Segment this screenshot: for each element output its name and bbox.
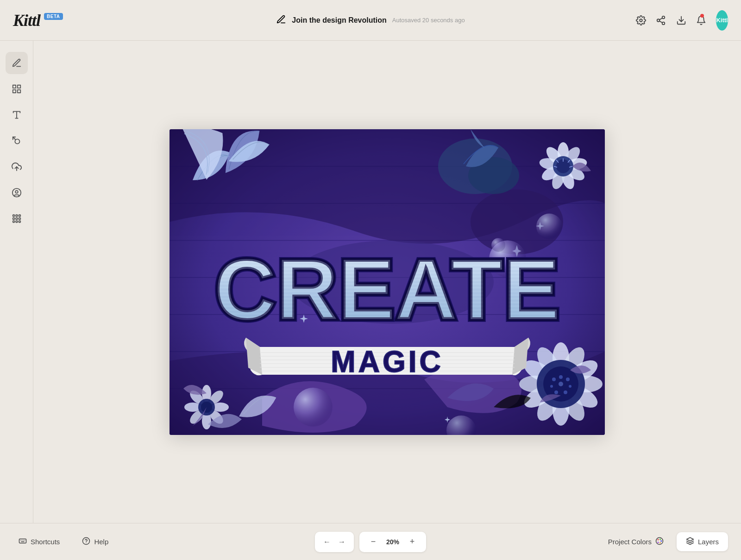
project-title[interactable]: Join the design Revolution	[292, 16, 386, 25]
logo-area: Kittl BETA	[13, 11, 106, 30]
nav-forward-button[interactable]: →	[335, 535, 348, 548]
main-area: CREATE CREATE	[0, 41, 741, 523]
svg-point-94	[569, 385, 571, 388]
minus-icon: −	[371, 537, 376, 547]
arrow-left-icon: ←	[323, 538, 331, 546]
template-tool[interactable]	[6, 78, 28, 100]
photo-tool[interactable]	[6, 182, 28, 204]
svg-point-16	[15, 190, 18, 193]
svg-point-95	[554, 390, 558, 394]
svg-point-90	[559, 382, 563, 386]
svg-text:CREATE: CREATE	[214, 242, 560, 337]
svg-point-115	[659, 539, 661, 540]
text-tool[interactable]	[6, 104, 28, 126]
header: Kittl BETA Join the design Revolution Au…	[0, 0, 741, 41]
app-logo[interactable]: Kittl	[13, 11, 40, 30]
avatar[interactable]: Kittl	[716, 10, 728, 31]
left-sidebar	[0, 41, 33, 523]
svg-point-91	[552, 378, 556, 381]
help-label: Help	[94, 538, 108, 546]
svg-text:MAGIC: MAGIC	[331, 345, 443, 378]
autosave-status: Autosaved 20 seconds ago	[392, 17, 465, 24]
svg-rect-10	[17, 90, 20, 93]
canvas-background: CREATE CREATE	[170, 129, 605, 435]
svg-rect-17	[13, 215, 14, 217]
svg-line-5	[659, 18, 662, 19]
zoom-control: − 20% +	[359, 532, 426, 552]
upload-tool[interactable]	[6, 156, 28, 178]
svg-rect-18	[16, 215, 18, 217]
svg-point-116	[660, 541, 662, 542]
project-colors-label: Project Colors	[608, 538, 652, 546]
svg-point-58	[294, 388, 333, 427]
plus-icon: +	[410, 537, 415, 547]
share-button[interactable]	[656, 11, 667, 30]
header-center: Join the design Revolution Autosaved 20 …	[106, 14, 635, 26]
keyboard-icon	[19, 537, 27, 547]
help-icon	[82, 537, 90, 547]
svg-point-0	[640, 19, 642, 22]
canvas-frame: CREATE CREATE	[170, 129, 605, 435]
notifications-button[interactable]	[696, 11, 707, 30]
zoom-increase-button[interactable]: +	[406, 535, 419, 548]
svg-line-4	[659, 21, 662, 23]
edit-tool[interactable]	[6, 52, 28, 74]
svg-point-96	[564, 390, 567, 394]
svg-point-117	[659, 542, 661, 543]
svg-rect-21	[16, 218, 18, 220]
svg-point-97	[559, 375, 563, 379]
svg-point-114	[657, 539, 659, 541]
grid-tool[interactable]	[6, 208, 28, 230]
beta-badge: BETA	[44, 13, 63, 20]
svg-point-56	[536, 214, 562, 239]
zoom-value: 20%	[383, 538, 402, 546]
header-right: Kittl	[635, 10, 728, 31]
svg-point-118	[657, 542, 659, 543]
svg-rect-25	[19, 221, 20, 223]
svg-marker-119	[686, 538, 693, 541]
svg-point-92	[566, 378, 570, 381]
footer: Shortcuts Help ← → −	[0, 523, 741, 560]
svg-rect-110	[19, 539, 26, 543]
svg-rect-23	[13, 221, 14, 223]
footer-left: Shortcuts Help	[13, 533, 152, 550]
shortcuts-button[interactable]: Shortcuts	[13, 533, 65, 550]
notification-dot	[700, 14, 704, 18]
footer-center: ← → − 20% +	[152, 532, 589, 552]
settings-button[interactable]	[635, 11, 647, 30]
pencil-icon	[276, 14, 286, 26]
layers-button[interactable]: Layers	[677, 532, 728, 551]
nav-back-button[interactable]: ←	[320, 535, 333, 548]
arrow-right-icon: →	[338, 538, 345, 546]
svg-rect-22	[19, 218, 20, 220]
svg-rect-8	[17, 85, 20, 88]
layers-icon	[686, 537, 694, 547]
svg-point-93	[550, 385, 553, 388]
svg-rect-7	[13, 85, 15, 88]
color-palette-icon	[655, 537, 664, 547]
shortcuts-label: Shortcuts	[31, 538, 60, 546]
shapes-tool[interactable]	[6, 130, 28, 152]
layers-label: Layers	[698, 538, 719, 546]
svg-rect-24	[16, 221, 18, 223]
zoom-decrease-button[interactable]: −	[367, 535, 380, 548]
help-button[interactable]: Help	[76, 533, 114, 550]
svg-rect-9	[13, 90, 15, 93]
svg-rect-19	[19, 215, 20, 217]
download-button[interactable]	[676, 11, 687, 30]
project-colors-button[interactable]: Project Colors	[603, 533, 669, 550]
nav-arrows: ← →	[315, 532, 354, 552]
footer-right: Project Colors Layers	[589, 532, 728, 551]
svg-rect-20	[13, 218, 14, 220]
canvas-area[interactable]: CREATE CREATE	[33, 41, 741, 523]
